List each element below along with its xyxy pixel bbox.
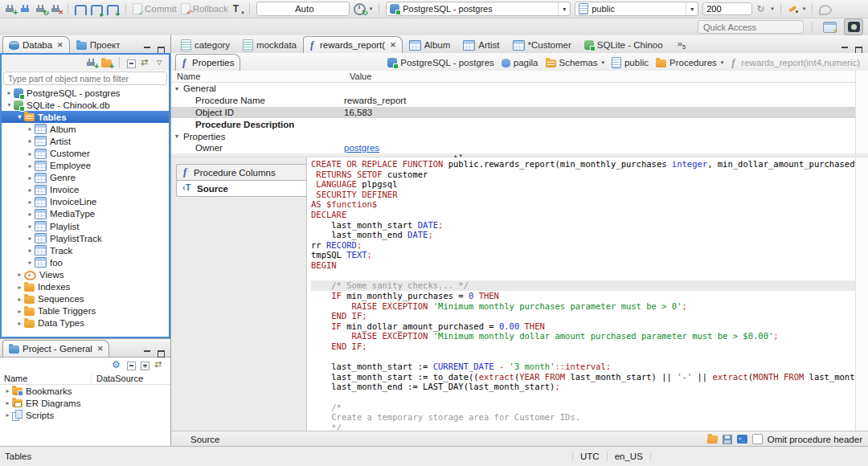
- prop-value[interactable]: postgres: [344, 143, 868, 153]
- tab-album[interactable]: Album: [403, 36, 457, 53]
- subtab-source[interactable]: Source: [176, 180, 306, 197]
- omit-procedure-header-checkbox[interactable]: [752, 434, 763, 444]
- open-perspective-button[interactable]: [821, 19, 838, 35]
- twistie-icon[interactable]: ▸: [15, 296, 24, 303]
- tab-mockdata[interactable]: mockdata: [236, 36, 303, 53]
- twistie-icon[interactable]: ▾: [175, 133, 183, 140]
- tab-rewards-report[interactable]: rewards_report(✕: [303, 36, 403, 53]
- tab-sqlite-chinoo[interactable]: SQLite - Chinoo: [578, 36, 669, 53]
- dbeaver-perspective-button[interactable]: [844, 18, 863, 35]
- maximize-icon[interactable]: [854, 46, 862, 53]
- grid-name-header[interactable]: Name: [171, 72, 350, 81]
- scrollbar[interactable]: [855, 157, 868, 431]
- tree-item-playlisttrack[interactable]: ▸PlaylistTrack: [2, 232, 169, 244]
- tree-item-playlist[interactable]: ▸Playlist: [2, 220, 169, 232]
- twistie-icon[interactable]: ▸: [15, 320, 24, 327]
- lasso-icon[interactable]: [819, 5, 832, 15]
- twistie-icon[interactable]: ▸: [26, 259, 35, 266]
- twistie-icon[interactable]: ▾: [175, 85, 183, 92]
- new-connection-icon[interactable]: [4, 4, 15, 14]
- close-icon[interactable]: ✕: [57, 41, 63, 49]
- twistie-icon[interactable]: ▾: [5, 101, 14, 108]
- tree-item-tables[interactable]: ▾Tables: [2, 111, 169, 123]
- grid-value-header[interactable]: Value: [350, 72, 371, 81]
- connection-select[interactable]: PostgreSQL - postgres ▼: [386, 2, 571, 16]
- open-in-sql-console-icon[interactable]: [737, 435, 747, 444]
- save-to-file-icon[interactable]: [723, 435, 732, 444]
- tab-overflow-indicator[interactable]: »5: [678, 39, 686, 53]
- breadcrumb-item-rewards-report-int4-numeric[interactable]: rewards_report(int4,numeric): [731, 58, 860, 68]
- minimize-icon[interactable]: [143, 46, 151, 53]
- source-code[interactable]: CREATE OR REPLACE FUNCTION public.reward…: [311, 159, 856, 431]
- name-column-header[interactable]: Name: [0, 374, 92, 383]
- disconnect-icon[interactable]: [50, 4, 61, 14]
- tree-item-employee[interactable]: ▸Employee: [2, 160, 169, 172]
- tree-item-customer[interactable]: ▸Customer: [2, 147, 169, 159]
- fetch-size-input[interactable]: [702, 2, 752, 15]
- minimize-icon[interactable]: [841, 46, 849, 53]
- commit-button[interactable]: Commit: [133, 3, 177, 14]
- tab-category[interactable]: category: [174, 36, 236, 53]
- tree-item-mediatype[interactable]: ▸MediaType: [2, 208, 169, 220]
- load-from-file-icon[interactable]: [706, 435, 718, 444]
- twistie-icon[interactable]: ▸: [26, 223, 35, 230]
- connect-icon[interactable]: [19, 4, 31, 14]
- new-sql-editor-icon[interactable]: [107, 5, 119, 15]
- maximize-icon[interactable]: [157, 350, 165, 357]
- prop-row-procedure-description[interactable]: Procedure Description: [171, 118, 868, 130]
- prop-row-procedure-name[interactable]: Procedure Namerewards_report: [171, 95, 868, 107]
- txn-mode-select[interactable]: Auto: [256, 2, 350, 16]
- breadcrumb-item-schemas[interactable]: Schemas▾: [546, 58, 604, 67]
- twistie-icon[interactable]: ▸: [26, 137, 35, 145]
- breadcrumb-item-public[interactable]: public: [612, 57, 649, 68]
- tab-project-general[interactable]: Project - General ✕: [2, 340, 109, 357]
- prop-row-owner[interactable]: Ownerpostgres: [171, 142, 868, 154]
- sql-editor-icon[interactable]: [75, 5, 87, 15]
- minimize-icon[interactable]: [143, 350, 151, 357]
- chevron-down-icon[interactable]: ▾: [771, 6, 774, 12]
- tree-item-sequences[interactable]: ▸Sequences: [2, 293, 169, 305]
- tree-item-foo[interactable]: ▸foo: [2, 256, 169, 268]
- collapse-all-icon[interactable]: [127, 362, 136, 370]
- chevron-down-icon[interactable]: ▾: [721, 59, 724, 66]
- twistie-icon[interactable]: ▾: [15, 113, 24, 121]
- expand-all-icon[interactable]: [141, 362, 149, 370]
- reconnect-icon[interactable]: [35, 4, 46, 14]
- gear-icon[interactable]: [112, 360, 122, 370]
- twistie-icon[interactable]: ▸: [3, 399, 12, 407]
- brush-icon[interactable]: [788, 4, 799, 14]
- transaction-log-icon[interactable]: [232, 4, 243, 14]
- auto-refresh-icon[interactable]: [756, 4, 767, 14]
- tree-item-invoice[interactable]: ▸Invoice: [2, 184, 169, 196]
- twistie-icon[interactable]: ▸: [26, 211, 35, 218]
- subtab-procedure-columns[interactable]: Procedure Columns: [176, 164, 306, 181]
- link-with-editor-icon[interactable]: [154, 360, 166, 370]
- tree-item-sqlite-chinook-db[interactable]: ▾SQLite - Chinook.db: [2, 99, 169, 111]
- close-icon[interactable]: ✕: [97, 345, 104, 353]
- close-icon[interactable]: ✕: [390, 41, 396, 49]
- tree-item-album[interactable]: ▸Album: [2, 123, 169, 135]
- rollback-button[interactable]: Rollback: [181, 3, 228, 14]
- twistie-icon[interactable]: ▸: [3, 387, 12, 394]
- sql-history-icon[interactable]: [354, 3, 366, 15]
- link-with-editor-icon[interactable]: [141, 58, 152, 67]
- tree-item-views[interactable]: ▸Views: [2, 268, 169, 280]
- tab-databa[interactable]: Databa✕: [2, 36, 70, 53]
- twistie-icon[interactable]: ▸: [26, 247, 35, 254]
- tree-item-genre[interactable]: ▸Genre: [2, 172, 169, 184]
- new-connection-icon[interactable]: [85, 58, 96, 67]
- tree-item-scripts[interactable]: ▸Scripts: [0, 409, 170, 421]
- twistie-icon[interactable]: ▸: [5, 89, 14, 96]
- twistie-icon[interactable]: ▸: [15, 284, 24, 291]
- breadcrumb-item-postgresql-postgres[interactable]: PostgreSQL - postgres: [387, 58, 494, 67]
- quick-access-input[interactable]: [698, 20, 804, 34]
- twistie-icon[interactable]: ▸: [26, 198, 35, 206]
- datasource-column-header[interactable]: DataSource: [92, 374, 143, 383]
- twistie-icon[interactable]: ▸: [26, 174, 35, 182]
- chevron-down-icon[interactable]: ▾: [370, 6, 373, 12]
- chevron-down-icon[interactable]: ▾: [601, 59, 604, 66]
- twistie-icon[interactable]: ▸: [26, 162, 35, 170]
- scrollbar[interactable]: [855, 71, 868, 153]
- tree-item-track[interactable]: ▸Track: [2, 244, 169, 256]
- tree-item-postgresql-postgres[interactable]: ▸PostgreSQL - postgres: [2, 87, 169, 99]
